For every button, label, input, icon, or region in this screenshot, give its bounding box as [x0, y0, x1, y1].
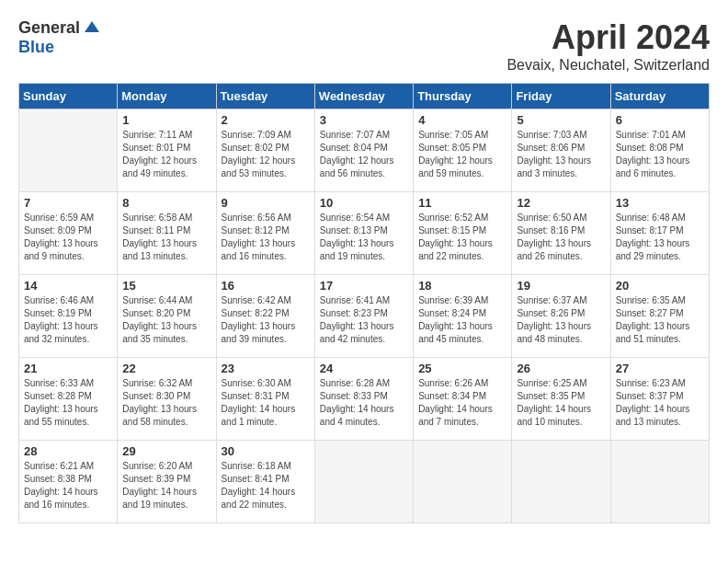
day-info: Sunrise: 6:35 AM Sunset: 8:27 PM Dayligh… [616, 294, 704, 346]
day-number: 15 [122, 279, 210, 293]
day-number: 20 [616, 279, 704, 293]
week-row-2: 7Sunrise: 6:59 AM Sunset: 8:09 PM Daylig… [19, 192, 710, 275]
day-info: Sunrise: 6:52 AM Sunset: 8:15 PM Dayligh… [418, 212, 506, 263]
day-info: Sunrise: 6:33 AM Sunset: 8:28 PM Dayligh… [24, 377, 112, 429]
logo: General Blue [18, 18, 99, 57]
day-number: 17 [320, 279, 408, 293]
calendar-table: SundayMondayTuesdayWednesdayThursdayFrid… [18, 83, 710, 523]
day-info: Sunrise: 6:30 AM Sunset: 8:31 PM Dayligh… [222, 377, 310, 429]
day-number: 29 [122, 444, 210, 458]
calendar-subtitle: Bevaix, Neuchatel, Switzerland [506, 57, 710, 74]
day-info: Sunrise: 6:56 AM Sunset: 8:12 PM Dayligh… [222, 212, 310, 263]
day-info: Sunrise: 7:07 AM Sunset: 8:04 PM Dayligh… [320, 129, 408, 180]
logo-blue-text: Blue [18, 38, 54, 56]
day-cell: 1Sunrise: 7:11 AM Sunset: 8:01 PM Daylig… [118, 109, 216, 192]
day-cell: 20Sunrise: 6:35 AM Sunset: 8:27 PM Dayli… [610, 275, 709, 358]
day-cell: 6Sunrise: 7:01 AM Sunset: 8:08 PM Daylig… [610, 109, 709, 192]
day-info: Sunrise: 6:23 AM Sunset: 8:37 PM Dayligh… [616, 377, 704, 429]
week-row-1: 1Sunrise: 7:11 AM Sunset: 8:01 PM Daylig… [19, 109, 710, 192]
day-info: Sunrise: 6:54 AM Sunset: 8:13 PM Dayligh… [320, 212, 408, 263]
day-number: 25 [418, 362, 506, 375]
day-number: 28 [24, 444, 112, 458]
day-info: Sunrise: 6:18 AM Sunset: 8:41 PM Dayligh… [222, 460, 310, 511]
day-number: 9 [222, 196, 310, 210]
day-cell: 10Sunrise: 6:54 AM Sunset: 8:13 PM Dayli… [314, 192, 413, 275]
day-number: 4 [418, 113, 506, 127]
day-info: Sunrise: 7:05 AM Sunset: 8:05 PM Dayligh… [418, 129, 506, 180]
day-number: 30 [222, 444, 310, 458]
day-cell: 27Sunrise: 6:23 AM Sunset: 8:37 PM Dayli… [610, 358, 709, 441]
day-number: 2 [222, 113, 310, 127]
day-info: Sunrise: 6:58 AM Sunset: 8:11 PM Dayligh… [122, 212, 210, 263]
day-cell [512, 441, 610, 523]
day-number: 19 [517, 279, 605, 293]
day-number: 3 [320, 113, 408, 127]
day-cell: 28Sunrise: 6:21 AM Sunset: 8:38 PM Dayli… [19, 441, 118, 523]
day-cell: 13Sunrise: 6:48 AM Sunset: 8:17 PM Dayli… [610, 192, 709, 275]
day-cell: 21Sunrise: 6:33 AM Sunset: 8:28 PM Dayli… [19, 358, 118, 441]
day-cell: 23Sunrise: 6:30 AM Sunset: 8:31 PM Dayli… [216, 358, 314, 441]
day-info: Sunrise: 6:50 AM Sunset: 8:16 PM Dayligh… [517, 212, 605, 263]
page-header: General Blue April 2024 Bevaix, Neuchate… [18, 18, 710, 74]
day-info: Sunrise: 6:41 AM Sunset: 8:23 PM Dayligh… [320, 294, 408, 346]
day-info: Sunrise: 6:20 AM Sunset: 8:39 PM Dayligh… [122, 460, 210, 511]
day-cell: 14Sunrise: 6:46 AM Sunset: 8:19 PM Dayli… [19, 275, 118, 358]
day-info: Sunrise: 6:21 AM Sunset: 8:38 PM Dayligh… [24, 460, 112, 511]
day-cell: 9Sunrise: 6:56 AM Sunset: 8:12 PM Daylig… [216, 192, 314, 275]
day-cell: 25Sunrise: 6:26 AM Sunset: 8:34 PM Dayli… [414, 358, 512, 441]
day-info: Sunrise: 7:09 AM Sunset: 8:02 PM Dayligh… [222, 129, 310, 180]
day-info: Sunrise: 6:26 AM Sunset: 8:34 PM Dayligh… [418, 377, 506, 429]
day-cell: 26Sunrise: 6:25 AM Sunset: 8:35 PM Dayli… [512, 358, 610, 441]
week-row-3: 14Sunrise: 6:46 AM Sunset: 8:19 PM Dayli… [19, 275, 710, 358]
day-cell: 19Sunrise: 6:37 AM Sunset: 8:26 PM Dayli… [512, 275, 610, 358]
day-number: 7 [24, 196, 112, 210]
week-row-5: 28Sunrise: 6:21 AM Sunset: 8:38 PM Dayli… [19, 441, 710, 523]
day-cell: 24Sunrise: 6:28 AM Sunset: 8:33 PM Dayli… [314, 358, 413, 441]
day-number: 11 [418, 196, 506, 210]
day-number: 8 [122, 196, 210, 210]
svg-marker-0 [85, 21, 99, 32]
day-number: 22 [122, 362, 210, 375]
day-cell [19, 109, 118, 192]
day-cell: 8Sunrise: 6:58 AM Sunset: 8:11 PM Daylig… [118, 192, 216, 275]
week-row-4: 21Sunrise: 6:33 AM Sunset: 8:28 PM Dayli… [19, 358, 710, 441]
day-cell: 3Sunrise: 7:07 AM Sunset: 8:04 PM Daylig… [314, 109, 413, 192]
day-cell: 29Sunrise: 6:20 AM Sunset: 8:39 PM Dayli… [118, 441, 216, 523]
day-cell [414, 441, 512, 523]
day-cell: 18Sunrise: 6:39 AM Sunset: 8:24 PM Dayli… [414, 275, 512, 358]
day-cell: 16Sunrise: 6:42 AM Sunset: 8:22 PM Dayli… [216, 275, 314, 358]
day-info: Sunrise: 6:37 AM Sunset: 8:26 PM Dayligh… [517, 294, 605, 346]
day-info: Sunrise: 6:42 AM Sunset: 8:22 PM Dayligh… [222, 294, 310, 346]
day-number: 26 [517, 362, 605, 375]
day-number: 21 [24, 362, 112, 375]
day-info: Sunrise: 6:46 AM Sunset: 8:19 PM Dayligh… [24, 294, 112, 346]
day-info: Sunrise: 7:03 AM Sunset: 8:06 PM Dayligh… [517, 129, 605, 180]
day-info: Sunrise: 6:48 AM Sunset: 8:17 PM Dayligh… [616, 212, 704, 263]
day-cell [610, 441, 709, 523]
day-cell: 2Sunrise: 7:09 AM Sunset: 8:02 PM Daylig… [216, 109, 314, 192]
weekday-header-thursday: Thursday [414, 84, 512, 109]
weekday-header-friday: Friday [512, 84, 610, 109]
day-info: Sunrise: 6:28 AM Sunset: 8:33 PM Dayligh… [320, 377, 408, 429]
day-number: 27 [616, 362, 704, 375]
day-number: 18 [418, 279, 506, 293]
day-cell: 22Sunrise: 6:32 AM Sunset: 8:30 PM Dayli… [118, 358, 216, 441]
day-cell: 15Sunrise: 6:44 AM Sunset: 8:20 PM Dayli… [118, 275, 216, 358]
day-info: Sunrise: 6:39 AM Sunset: 8:24 PM Dayligh… [418, 294, 506, 346]
day-number: 1 [122, 113, 210, 127]
day-info: Sunrise: 7:11 AM Sunset: 8:01 PM Dayligh… [122, 129, 210, 180]
day-cell: 5Sunrise: 7:03 AM Sunset: 8:06 PM Daylig… [512, 109, 610, 192]
day-number: 24 [320, 362, 408, 375]
weekday-header-row: SundayMondayTuesdayWednesdayThursdayFrid… [19, 84, 710, 109]
day-info: Sunrise: 6:44 AM Sunset: 8:20 PM Dayligh… [122, 294, 210, 346]
day-info: Sunrise: 6:32 AM Sunset: 8:30 PM Dayligh… [122, 377, 210, 429]
title-block: April 2024 Bevaix, Neuchatel, Switzerlan… [506, 18, 710, 74]
day-info: Sunrise: 6:59 AM Sunset: 8:09 PM Dayligh… [24, 212, 112, 263]
day-cell: 11Sunrise: 6:52 AM Sunset: 8:15 PM Dayli… [414, 192, 512, 275]
day-number: 5 [517, 113, 605, 127]
weekday-header-saturday: Saturday [610, 84, 709, 109]
logo-general-text: General [18, 18, 80, 38]
day-cell: 17Sunrise: 6:41 AM Sunset: 8:23 PM Dayli… [314, 275, 413, 358]
calendar-title: April 2024 [506, 18, 710, 57]
day-cell: 12Sunrise: 6:50 AM Sunset: 8:16 PM Dayli… [512, 192, 610, 275]
